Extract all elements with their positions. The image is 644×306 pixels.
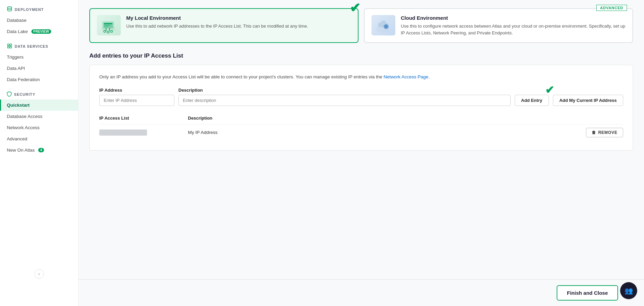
data-services-label: DATA SERVICES <box>15 44 48 48</box>
data-lake-badge: PREVIEW <box>31 29 51 34</box>
network-access-page-link[interactable]: Network Access Page <box>384 74 428 79</box>
chat-button[interactable]: 👥 <box>620 282 637 299</box>
sidebar-item-data-federation[interactable]: Data Federation <box>0 74 78 85</box>
chevron-left-icon: ‹ <box>39 272 40 276</box>
finish-and-close-button[interactable]: Finish and Close <box>557 285 618 301</box>
ip-access-panel: Only an IP address you add to your Acces… <box>89 65 633 151</box>
ip-list-header: IP Access List Description <box>99 116 623 121</box>
svg-rect-10 <box>104 26 108 27</box>
sidebar-item-triggers[interactable]: Triggers <box>0 51 78 63</box>
ip-description-cell: My IP Address <box>188 130 586 135</box>
ip-access-list: IP Access List Description My IP Address… <box>99 116 623 141</box>
data-services-icon <box>7 43 12 49</box>
table-row: My IP Address 🗑 REMOVE <box>99 124 623 141</box>
network-access-label: Network Access <box>7 125 40 130</box>
remove-label: REMOVE <box>598 130 617 135</box>
cloud-environment-card[interactable]: ADVANCED Cloud Environment Use this to c… <box>364 8 633 43</box>
ip-address-input[interactable] <box>99 95 174 106</box>
local-env-title: My Local Environment <box>126 15 308 21</box>
svg-rect-1 <box>8 44 9 46</box>
description-label: Description <box>178 88 511 93</box>
add-entry-checkmark: ✔ <box>545 85 554 95</box>
svg-rect-3 <box>8 46 9 48</box>
desc-col-header: Description <box>188 116 623 121</box>
local-environment-card[interactable]: ✔ My Local Environment U <box>89 8 358 43</box>
advanced-label: Advanced <box>7 136 27 141</box>
svg-point-0 <box>8 7 12 9</box>
sidebar-item-quickstart[interactable]: Quickstart <box>0 100 78 111</box>
cloud-env-icon <box>371 15 395 35</box>
local-env-icon <box>97 15 121 35</box>
quickstart-label: Quickstart <box>7 103 30 108</box>
add-current-ip-button[interactable]: Add My Current IP Address <box>553 95 623 106</box>
bottom-bar: Finish and Close ✔ <box>78 279 644 306</box>
new-on-atlas-label: New On Atlas <box>7 148 35 153</box>
sidebar-item-database-access[interactable]: Database Access <box>0 111 78 122</box>
cloud-env-content: Cloud Environment Use this to configure … <box>401 15 626 36</box>
sidebar-item-new-on-atlas[interactable]: New On Atlas 4 <box>0 144 78 156</box>
sidebar: DEPLOYMENT Database Data Lake PREVIEW DA… <box>0 0 78 306</box>
sidebar-collapse-button[interactable]: ‹ <box>34 269 44 279</box>
ip-redacted <box>99 129 147 136</box>
data-api-label: Data API <box>7 66 25 71</box>
ip-col-header: IP Access List <box>99 116 188 121</box>
new-on-atlas-badge: 4 <box>38 148 44 152</box>
remove-button[interactable]: 🗑 REMOVE <box>586 128 623 137</box>
data-federation-label: Data Federation <box>7 77 40 82</box>
chat-icon: 👥 <box>625 287 633 295</box>
sidebar-item-advanced[interactable]: Advanced <box>0 133 78 144</box>
environment-cards: ✔ My Local Environment U <box>89 8 633 43</box>
ip-access-description: Only an IP address you add to your Acces… <box>99 73 623 81</box>
ip-description-text: My IP Address <box>188 130 218 135</box>
ip-address-group: IP Address <box>99 88 174 106</box>
advanced-badge: ADVANCED <box>596 5 627 11</box>
svg-rect-4 <box>10 46 12 48</box>
sidebar-section-deployment: DEPLOYMENT <box>0 0 78 15</box>
add-entry-button[interactable]: Add Entry <box>515 95 549 106</box>
svg-rect-2 <box>10 44 12 46</box>
section-title: Add entries to your IP Access List <box>89 52 633 59</box>
sidebar-item-network-access[interactable]: Network Access <box>0 122 78 133</box>
description-group: Description <box>178 88 511 106</box>
svg-rect-8 <box>104 23 112 24</box>
database-label: Database <box>7 18 27 23</box>
triggers-label: Triggers <box>7 55 24 60</box>
cloud-env-title: Cloud Environment <box>401 15 626 21</box>
local-env-checkmark: ✔ <box>350 1 361 14</box>
svg-point-19 <box>385 26 387 27</box>
description-input[interactable] <box>178 95 511 106</box>
svg-rect-9 <box>104 25 110 26</box>
main-content: ✔ My Local Environment U <box>78 0 644 306</box>
sidebar-section-security: SECURITY <box>0 85 78 100</box>
data-lake-label: Data Lake <box>7 29 28 34</box>
local-env-description: Use this to add network IP addresses to … <box>126 23 308 30</box>
sidebar-item-data-lake[interactable]: Data Lake PREVIEW <box>0 26 78 37</box>
ip-value-cell <box>99 129 188 136</box>
trash-icon: 🗑 <box>592 130 596 135</box>
local-env-content: My Local Environment Use this to add net… <box>126 15 308 30</box>
add-entry-wrapper: ✔ Add Entry <box>515 95 549 106</box>
sidebar-item-database[interactable]: Database <box>0 15 78 26</box>
sidebar-item-data-api[interactable]: Data API <box>0 63 78 74</box>
sidebar-section-data-services: DATA SERVICES <box>0 37 78 51</box>
database-access-label: Database Access <box>7 114 42 119</box>
cloud-env-description: Use this to configure network access bet… <box>401 23 626 36</box>
security-label: SECURITY <box>14 92 35 96</box>
security-icon <box>7 91 12 97</box>
ip-form-row: IP Address Description ✔ Add Entry Add M… <box>99 88 623 106</box>
deployment-icon <box>7 6 12 13</box>
deployment-label: DEPLOYMENT <box>15 7 44 12</box>
ip-address-label: IP Address <box>99 88 174 93</box>
